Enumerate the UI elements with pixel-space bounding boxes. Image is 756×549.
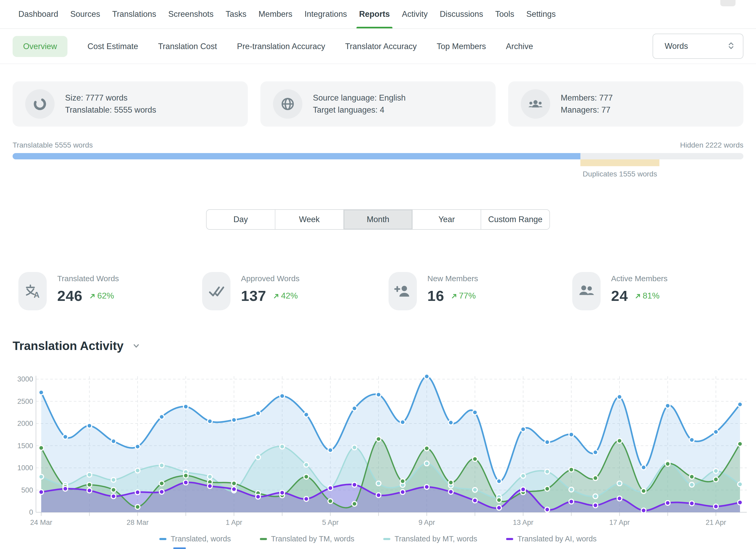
legend-label: Translated by AI, words xyxy=(517,535,597,543)
legend-swatch xyxy=(260,538,267,540)
globe-icon xyxy=(273,89,302,119)
nav-item-dashboard[interactable]: Dashboard xyxy=(18,0,58,28)
legend-item-translated-by-tm-words[interactable]: Translated by TM, words xyxy=(260,535,355,543)
svg-text:0: 0 xyxy=(29,508,33,516)
stat-delta-value: 77% xyxy=(459,291,476,301)
svg-text:28 Mar: 28 Mar xyxy=(127,519,149,526)
stat-label: Translated Words xyxy=(57,274,119,283)
report-unit-value: Words xyxy=(665,41,688,51)
range-tab-week[interactable]: Week xyxy=(275,210,344,229)
stat-delta: 62% xyxy=(89,291,114,301)
report-tab-overview[interactable]: Overview xyxy=(13,36,67,57)
summary-card: Members: 777Managers: 77 xyxy=(508,81,743,127)
stat-value: 24 xyxy=(611,287,628,304)
legend-item-translated-words[interactable]: Translated, words xyxy=(159,535,231,543)
stat-delta: 42% xyxy=(273,291,298,301)
summary-card: Size: 7777 wordsTranslatable: 5555 words xyxy=(13,81,248,127)
nav-item-discussions[interactable]: Discussions xyxy=(440,0,483,28)
svg-text:3000: 3000 xyxy=(17,375,33,383)
users-icon xyxy=(572,272,601,310)
bottom-cropped-element xyxy=(173,547,186,549)
legend-swatch xyxy=(506,538,513,540)
words-progress-track xyxy=(13,153,743,159)
stat-delta: 77% xyxy=(451,291,476,301)
hidden-words-label: Hidden 2222 words xyxy=(680,141,743,149)
legend-label: Translated, words xyxy=(171,535,231,543)
range-tab-month[interactable]: Month xyxy=(343,210,412,229)
nav-item-activity[interactable]: Activity xyxy=(402,0,428,28)
stat-active-members: Active Members2481% xyxy=(572,272,668,310)
summary-card-line: Target languages: 4 xyxy=(313,104,406,116)
top-right-cropped-element xyxy=(720,0,736,6)
report-tab-archive[interactable]: Archive xyxy=(506,42,533,51)
range-tab-custom-range[interactable]: Custom Range xyxy=(481,210,549,229)
translatable-words-label: Translatable 5555 words xyxy=(13,141,93,149)
legend-swatch xyxy=(383,538,390,540)
nav-item-translations[interactable]: Translations xyxy=(112,0,156,28)
svg-text:13 Apr: 13 Apr xyxy=(513,519,533,526)
legend-item-translated-by-ai-words[interactable]: Translated by AI, words xyxy=(506,535,597,543)
range-tab-day[interactable]: Day xyxy=(207,210,275,229)
translation-activity-chart: 05001000150020002500300024 Mar28 Mar1 Ap… xyxy=(0,360,756,534)
progress-ring-icon xyxy=(25,89,55,119)
stat-value: 137 xyxy=(241,287,266,304)
stat-delta-value: 62% xyxy=(97,291,114,301)
stat-value: 16 xyxy=(427,287,444,304)
activity-header: Translation Activity xyxy=(13,339,141,353)
nav-item-settings[interactable]: Settings xyxy=(526,0,556,28)
svg-text:21 Apr: 21 Apr xyxy=(706,519,726,526)
stat-delta: 81% xyxy=(635,291,659,301)
nav-item-tasks[interactable]: Tasks xyxy=(225,0,246,28)
report-tab-cost-estimate[interactable]: Cost Estimate xyxy=(87,42,138,51)
svg-text:2500: 2500 xyxy=(17,398,33,405)
report-tab-translation-cost[interactable]: Translation Cost xyxy=(158,42,217,51)
svg-text:500: 500 xyxy=(21,486,33,494)
nav-item-integrations[interactable]: Integrations xyxy=(305,0,347,28)
user-plus-icon xyxy=(389,272,417,310)
stat-label: Active Members xyxy=(611,274,668,283)
stat-label: Approved Words xyxy=(241,274,300,283)
nav-item-members[interactable]: Members xyxy=(259,0,292,28)
reports-overview-page: DashboardSourcesTranslationsScreenshotsT… xyxy=(0,0,756,549)
legend-swatch xyxy=(159,538,166,540)
report-unit-select[interactable]: Words xyxy=(653,34,743,59)
select-caret-icon xyxy=(727,41,735,51)
legend-label: Translated by TM, words xyxy=(271,535,355,543)
svg-text:A: A xyxy=(34,290,39,300)
report-tab-translator-accuracy[interactable]: Translator Accuracy xyxy=(345,42,417,51)
stat-delta-value: 81% xyxy=(643,291,659,301)
svg-text:9 Apr: 9 Apr xyxy=(418,519,435,526)
report-tab-top-members[interactable]: Top Members xyxy=(437,42,486,51)
summary-card-line: Source language: English xyxy=(313,92,406,104)
summary-card-line: Size: 7777 words xyxy=(65,92,156,104)
report-tabs-bar: OverviewCost EstimateTranslation CostPre… xyxy=(0,29,756,64)
svg-text:1 Apr: 1 Apr xyxy=(226,519,242,526)
members-icon xyxy=(521,89,550,119)
breakdown-labels: Translatable 5555 words Hidden 2222 word… xyxy=(13,141,743,149)
chart-legend: Translated, wordsTranslated by TM, words… xyxy=(0,535,756,543)
svg-text:17 Apr: 17 Apr xyxy=(609,519,630,526)
range-tab-year[interactable]: Year xyxy=(412,210,481,229)
summary-card: Source language: EnglishTarget languages… xyxy=(260,81,496,127)
summary-card-line: Members: 777 xyxy=(561,92,613,104)
summary-card-line: Translatable: 5555 words xyxy=(65,104,156,116)
svg-text:1000: 1000 xyxy=(17,464,33,472)
nav-item-reports[interactable]: Reports xyxy=(359,0,390,28)
nav-item-screenshots[interactable]: Screenshots xyxy=(168,0,213,28)
chevron-down-icon[interactable] xyxy=(131,341,141,351)
activity-title: Translation Activity xyxy=(13,339,124,353)
nav-item-sources[interactable]: Sources xyxy=(70,0,100,28)
date-range-tabs: DayWeekMonthYearCustom Range xyxy=(206,209,550,230)
summary-cards-row: Size: 7777 wordsTranslatable: 5555 words… xyxy=(13,81,743,127)
nav-item-tools[interactable]: Tools xyxy=(495,0,514,28)
svg-text:5 Apr: 5 Apr xyxy=(322,519,339,526)
stat-new-members: New Members1677% xyxy=(389,272,478,310)
stat-delta-value: 42% xyxy=(281,291,298,301)
legend-item-translated-by-mt-words[interactable]: Translated by MT, words xyxy=(383,535,477,543)
duplicates-words-label: Duplicates 1555 words xyxy=(583,170,657,178)
svg-text:24 Mar: 24 Mar xyxy=(30,519,52,526)
report-tab-pre-translation-accuracy[interactable]: Pre-translation Accuracy xyxy=(237,42,325,51)
translate-icon: A xyxy=(18,272,47,310)
legend-label: Translated by MT, words xyxy=(395,535,477,543)
top-navigation: DashboardSourcesTranslationsScreenshotsT… xyxy=(0,0,756,29)
